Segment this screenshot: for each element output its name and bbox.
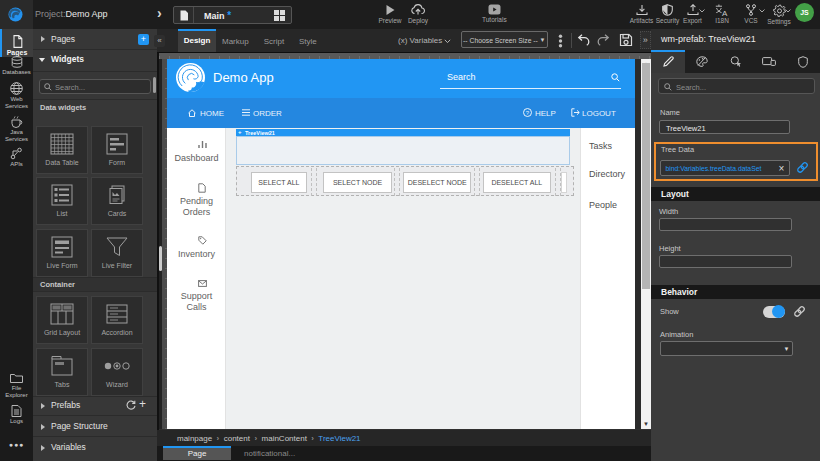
svg-text:?: ? bbox=[526, 110, 530, 116]
svg-text:A: A bbox=[722, 9, 728, 17]
